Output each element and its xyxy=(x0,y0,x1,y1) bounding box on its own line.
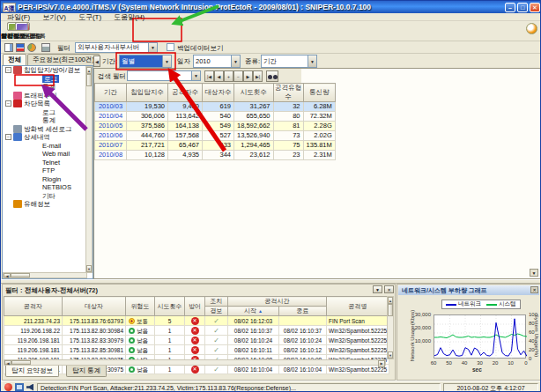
tree-item[interactable]: NETBIOS xyxy=(3,183,93,192)
tree-item[interactable]: 방화벽 세션로그 xyxy=(3,125,93,134)
menu-item[interactable]: 파일(F) xyxy=(1,13,36,20)
tree-horizontal-scrollbar[interactable]: ◀ xyxy=(3,272,87,278)
report-column-header[interactable]: 공격자수 xyxy=(168,84,203,102)
report-row[interactable]: 2010/05 375,586 164,138 549 18,592,662 8… xyxy=(95,122,336,131)
tab-detection-stats[interactable]: 탐지 통계 xyxy=(66,366,107,377)
tree-item[interactable]: Telnet xyxy=(3,159,93,167)
report-column-header[interactable]: 통신량 xyxy=(303,84,335,102)
report-column-header[interactable]: 공격유형수 xyxy=(273,84,303,102)
combo-arrow-icon[interactable]: ▼ xyxy=(162,55,171,67)
col-attack-name[interactable]: 공격명 xyxy=(327,297,389,316)
combo-arrow-icon[interactable]: ▼ xyxy=(308,55,316,67)
tree-item[interactable]: 통계 xyxy=(3,116,93,125)
report-row[interactable]: 2010/03 19,530 9,480 619 31,267 32 6.28M xyxy=(95,102,336,112)
col-severity[interactable]: 위협도 xyxy=(126,297,155,316)
detection-row[interactable]: 211.233.74.23 175.113.83.76:63793 보통 5 ✕… xyxy=(4,316,389,326)
search-filter-value xyxy=(128,71,191,80)
detection-vertical-scrollbar[interactable]: ▲ ▼ xyxy=(387,296,394,359)
record-nav-button[interactable]: ▶ xyxy=(243,70,253,82)
scroll-down-icon[interactable]: ▼ xyxy=(530,269,538,277)
panel-collapse-icon[interactable]: ▼ xyxy=(373,285,382,293)
report-column-header[interactable]: 기간 xyxy=(95,84,127,102)
search-icon[interactable] xyxy=(266,70,278,82)
combo-arrow-icon[interactable]: ▼ xyxy=(191,71,200,80)
tree-expand-icon[interactable]: − xyxy=(5,134,11,140)
tab-key-info[interactable]: 주요정보(최근100건) xyxy=(27,54,100,65)
table-view-icon[interactable] xyxy=(4,43,13,52)
menu-item[interactable]: 보기(V) xyxy=(36,13,72,20)
col-start[interactable]: 시작 ▲ xyxy=(228,307,279,316)
report-row[interactable]: 2010/04 306,006 113,642 540 655,650 80 7… xyxy=(95,112,336,122)
record-nav-button[interactable]: |◀ xyxy=(204,70,214,82)
print-icon[interactable] xyxy=(41,43,50,52)
close-button[interactable]: ✕ xyxy=(530,3,540,12)
detection-row[interactable]: 119.206.198.22 175.113.82.80:30984 낮음 1 … xyxy=(4,326,389,336)
tree-vertical-scrollbar[interactable]: ▲ ▼ xyxy=(85,66,93,273)
filter-combo[interactable]: 외부사용자-내부서버 ▼ xyxy=(75,42,158,53)
combo-arrow-icon[interactable]: ▼ xyxy=(231,55,240,67)
col-action[interactable]: 조치 xyxy=(205,297,228,307)
record-nav-button[interactable]: + xyxy=(224,70,233,82)
detection-horizontal-scrollbar[interactable]: ◀ ▶ xyxy=(4,359,386,366)
graph-close-icon[interactable]: ✕ xyxy=(530,286,538,293)
type-combo[interactable]: 기간 ▼ xyxy=(261,55,317,68)
tab-all[interactable]: 전체 xyxy=(3,54,26,65)
tree-item[interactable]: 통계 xyxy=(3,83,93,92)
restore-button[interactable]: □ xyxy=(517,3,528,12)
detection-row[interactable]: 119.206.198.181 175.113.82.85:30981 낮음 1… xyxy=(4,345,389,355)
minimize-button[interactable]: – xyxy=(505,3,515,12)
bar-chart-view-icon[interactable] xyxy=(16,43,25,52)
report-column-header[interactable]: 시도횟수 xyxy=(234,84,274,102)
tab-detection-summary[interactable]: 탐지 요약정보 xyxy=(5,366,59,377)
record-nav-button[interactable]: ▶| xyxy=(253,70,263,82)
record-nav-button[interactable]: ◀ xyxy=(214,70,224,82)
panel-close-icon[interactable]: ✕ xyxy=(384,285,394,293)
report-column-header[interactable]: 침입탐지수 xyxy=(127,84,168,102)
legend-line-swatch xyxy=(446,304,456,306)
report-column-header[interactable]: 대상자수 xyxy=(203,84,234,102)
types-cell: 73 xyxy=(273,131,303,141)
col-alert[interactable]: 경보 xyxy=(205,307,228,316)
legend-label: 시스템 xyxy=(499,300,516,308)
tree-item[interactable]: E-mail xyxy=(3,142,93,151)
col-attack-time[interactable]: 공격시간 xyxy=(228,297,327,307)
detection-row[interactable]: 119.206.198.181 175.113.82.86:30975 낮음 1… xyxy=(4,365,389,374)
col-end[interactable]: 종료 xyxy=(279,307,327,316)
traffic-cell: 135.81M xyxy=(303,141,335,151)
tree-item[interactable]: Rlogin xyxy=(3,175,93,184)
tree-item[interactable]: − 차단목록 xyxy=(3,100,93,108)
tree-item[interactable]: 로그 xyxy=(3,108,93,117)
left-axis-title: Network Usage(Kbps) xyxy=(410,300,415,371)
tree-item[interactable]: 로그 xyxy=(3,75,93,84)
col-attacker[interactable]: 공격자 xyxy=(4,297,63,316)
col-defense[interactable]: 방어 xyxy=(185,297,205,316)
tree-item[interactable]: 유해정보 xyxy=(3,200,93,209)
menu-item[interactable]: 도구(T) xyxy=(72,13,107,20)
tree-item[interactable]: − 침입탐지/방어/경보 xyxy=(3,66,93,75)
detection-row[interactable]: 119.206.198.181 175.113.82.83:30979 낮음 1… xyxy=(4,336,389,345)
col-attempts[interactable]: 시도횟수 xyxy=(155,297,185,316)
report-row[interactable]: 2010/08 10,128 4,935 344 23,612 23 2.31M xyxy=(95,151,336,160)
legend-line-swatch xyxy=(486,304,497,306)
report-row[interactable]: 2010/07 217,721 65,467 533 1,294,465 75 … xyxy=(95,141,336,151)
tree-item[interactable]: Web mail xyxy=(3,150,93,159)
backup-data-checkbox[interactable] xyxy=(167,43,174,51)
toolbar-button[interactable]: SNIPER도움말 xyxy=(1,21,42,41)
tree-item-label: 방화벽 세션로그 xyxy=(24,125,72,134)
collapse-left-icon[interactable]: ◀ xyxy=(93,55,100,67)
combo-arrow-icon[interactable]: ▼ xyxy=(148,43,157,52)
date-combo[interactable]: 2010 ▼ xyxy=(193,55,241,68)
menu-item[interactable]: 도움말(H) xyxy=(107,13,151,20)
record-nav-button[interactable]: − xyxy=(233,70,243,82)
tree-item[interactable]: 기타 xyxy=(3,192,93,201)
search-filter-combo[interactable]: ▼ xyxy=(127,70,201,81)
tree-item[interactable]: FTP xyxy=(3,166,93,175)
tree-item[interactable]: 트래픽추이 xyxy=(3,92,93,100)
tree-item[interactable]: − 상세내역 xyxy=(3,133,93,142)
col-target[interactable]: 대상자 xyxy=(63,297,126,316)
period-combo[interactable]: 월별 ▼ xyxy=(119,55,172,68)
tree-expand-icon[interactable]: − xyxy=(5,100,11,107)
tree-expand-icon[interactable]: − xyxy=(5,67,11,73)
report-row[interactable]: 2010/06 444,760 157,568 527 13,526,940 7… xyxy=(95,131,336,141)
pie-chart-view-icon[interactable] xyxy=(27,43,36,52)
